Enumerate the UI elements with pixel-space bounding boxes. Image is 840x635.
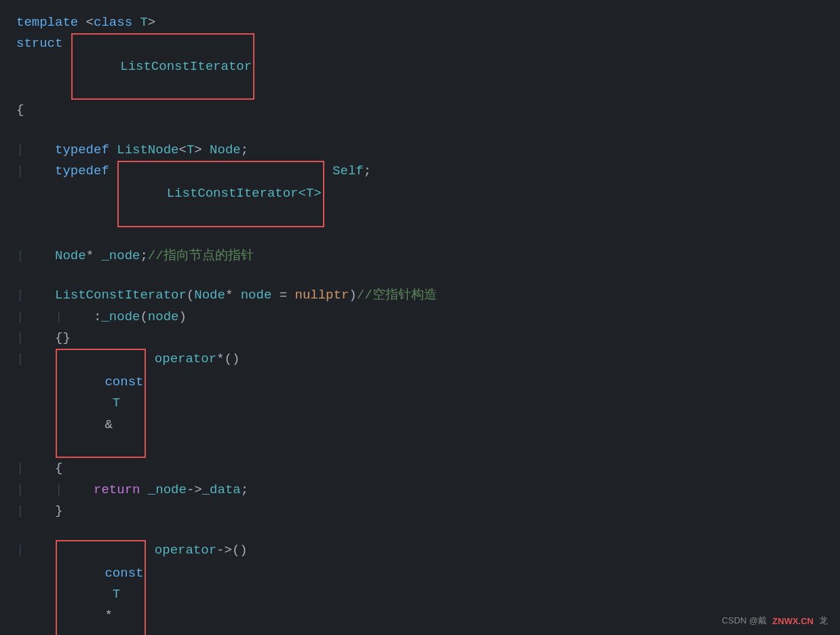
punct-space2 — [62, 33, 70, 54]
paren2: ) — [349, 285, 356, 306]
keyword-const-2: const — [104, 566, 143, 581]
keyword-struct: struct — [16, 33, 62, 54]
indent-10: | — [16, 501, 55, 522]
highlight-ListConstIterator: ListConstIterator — [71, 33, 254, 100]
struct-name: ListConstIterator — [120, 59, 252, 74]
ctor-name: ListConstIterator — [55, 285, 187, 306]
code-line-9: | {} — [16, 328, 824, 349]
brace-open: { — [16, 100, 24, 121]
code-line-2: struct ListConstIterator — [16, 33, 824, 100]
brace-close-2: } — [55, 501, 62, 522]
code-line-11: | { — [16, 458, 824, 479]
eq1: = — [271, 285, 294, 306]
member-node: _node — [101, 307, 140, 328]
type-Node: Node — [55, 246, 86, 267]
alias-Node: Node — [202, 140, 241, 161]
amp: & — [104, 417, 112, 432]
code-line-3: { — [16, 100, 824, 121]
empty-line-3 — [16, 267, 824, 285]
code-line-7: | ListConstIterator ( Node * node = null… — [16, 285, 824, 306]
watermark-site: ZNWX.CN — [772, 616, 814, 626]
code-line-13: | } — [16, 501, 824, 522]
operator-arrow-name: operator — [147, 540, 216, 561]
code-line-14: | const T * operator ->() — [16, 540, 824, 635]
type-T-4: T — [104, 587, 120, 602]
empty-line-4 — [16, 522, 824, 540]
angle2: > — [194, 140, 202, 161]
op-arrow: ->() — [216, 540, 248, 561]
keyword-nullptr: nullptr — [295, 285, 349, 306]
sp2 — [109, 161, 117, 182]
alias-Self: Self — [325, 161, 364, 182]
param-node: node — [241, 285, 272, 306]
keyword-typedef-2: typedef — [55, 161, 109, 182]
code-line-10: | const T & operator *() — [16, 349, 824, 458]
colon-init: : — [94, 307, 101, 328]
punct-gt: > — [148, 12, 155, 33]
indent-2: | — [16, 161, 55, 182]
semi1: ; — [241, 140, 248, 161]
indent-11: | — [16, 540, 55, 561]
semi2: ; — [364, 161, 371, 182]
punct-space: < — [78, 12, 94, 33]
watermark-csdn: CSDN @戴 — [722, 615, 767, 627]
type-T2: T — [187, 140, 194, 161]
star2: * — [225, 285, 241, 306]
arg-node: node — [148, 307, 179, 328]
arrow1: -> — [187, 480, 202, 501]
code-line-4: | typedef ListNode < T > Node ; — [16, 140, 824, 161]
keyword-template: template — [16, 12, 78, 33]
comment-1: //指向节点的指针 — [148, 246, 254, 267]
highlight-const-T-ptr: const T * — [56, 540, 146, 635]
semi4: ; — [241, 480, 248, 501]
indent-9: | | — [16, 480, 94, 501]
keyword-class: class — [94, 12, 132, 33]
empty-body: {} — [55, 328, 71, 349]
empty-line-1 — [16, 121, 824, 140]
var-node-2: _node — [140, 480, 186, 501]
watermark: CSDN @戴 ZNWX.CN 龙 — [722, 615, 828, 627]
comment-2: //空指针构造 — [357, 285, 437, 306]
star1: * — [86, 246, 102, 267]
highlight-const-T-ref: const T & — [56, 349, 146, 458]
type-T: T — [132, 12, 148, 33]
code-container: template < class T > struct ListConstIte… — [0, 0, 840, 635]
param-type-Node: Node — [194, 285, 225, 306]
member-data-1: _data — [202, 480, 241, 501]
code-line-8: | | : _node ( node ) — [16, 307, 824, 328]
indent-7: | — [16, 349, 55, 370]
keyword-return-1: return — [94, 480, 140, 501]
empty-line-2 — [16, 227, 824, 246]
indent-3: | — [16, 246, 55, 267]
highlight-ListConstIterator-T: ListConstIterator<T> — [117, 161, 324, 227]
watermark-author: 龙 — [819, 615, 828, 627]
var-node: _node — [101, 246, 140, 267]
indent-8: | — [16, 458, 55, 479]
paren1: ( — [187, 285, 194, 306]
code-line-1: template < class T > — [16, 12, 824, 33]
indent-6: | — [16, 328, 55, 349]
operator-deref-name: operator — [147, 349, 216, 370]
type-ListNode: ListNode — [117, 140, 178, 161]
semi3: ; — [140, 246, 147, 267]
paren4: ) — [178, 307, 186, 328]
type-ListConstIterator-T: ListConstIterator<T> — [167, 186, 322, 201]
angle1: < — [178, 140, 186, 161]
indent-1: | — [16, 140, 55, 161]
brace-open-2: { — [55, 458, 62, 479]
indent-5: | | — [16, 307, 94, 328]
code-line-5: | typedef ListConstIterator<T> Self ; — [16, 161, 824, 227]
sp — [109, 140, 117, 161]
paren3: ( — [140, 307, 147, 328]
op-star: *() — [216, 349, 240, 370]
type-T-3: T — [104, 396, 120, 410]
star3: * — [104, 608, 112, 623]
code-line-12: | | return _node -> _data ; — [16, 480, 824, 501]
keyword-const-1: const — [104, 374, 143, 389]
code-line-6: | Node * _node ; //指向节点的指针 — [16, 246, 824, 267]
keyword-typedef-1: typedef — [55, 140, 109, 161]
indent-4: | — [16, 285, 55, 306]
